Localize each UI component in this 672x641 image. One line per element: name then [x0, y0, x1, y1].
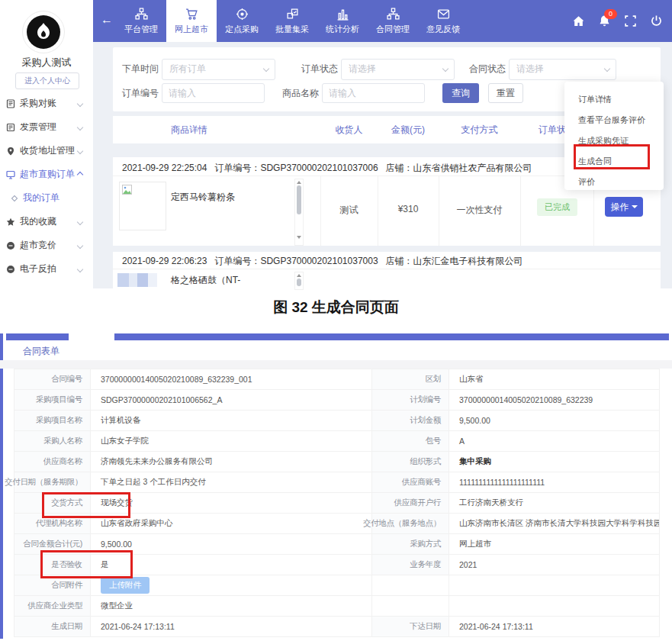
back-arrow-icon[interactable]: ←: [101, 13, 113, 27]
ledger-icon: [6, 99, 15, 108]
chevron-down-icon: [77, 218, 83, 224]
form-value: 37000000014005020210089_632239_001: [91, 369, 372, 389]
form-value: 9,500.00: [449, 411, 660, 430]
top-navbar: ← 平台管理网上超市定点采购批量集采统计分析合同管理意见反馈 0: [93, 0, 672, 42]
form-row-13: 生成日期2021-06-24 17:13:11下达日期2021-06-24 17…: [14, 617, 660, 637]
menu-item-5[interactable]: 评价: [564, 172, 664, 192]
form-label: 组织形式: [372, 452, 449, 472]
sidebar-item-8[interactable]: 电子反拍: [0, 257, 93, 281]
product-name: 定西马铃薯粉条: [171, 191, 235, 204]
menu-item-2[interactable]: 查看平台服务评价: [564, 110, 664, 130]
form-label: 包号: [372, 431, 449, 451]
scroll-down-icon[interactable]: [297, 236, 301, 239]
order-time-select[interactable]: 所有订单: [162, 59, 275, 80]
order-no: SDGP370000202101037003: [260, 256, 378, 266]
caret-down-icon: [632, 205, 638, 208]
sidebar-item-5[interactable]: 我的订单: [0, 186, 93, 210]
sidebar-item-7[interactable]: 超市竞价: [0, 234, 93, 257]
order-no-label: 订单编号: [122, 83, 159, 103]
reset-button[interactable]: 重置: [488, 83, 523, 103]
form-value: 山东省政府采购中心: [91, 514, 372, 533]
product-name-label: 商品名称: [282, 83, 319, 103]
scroll-thumb[interactable]: [297, 185, 301, 214]
avatar-logo-icon: [27, 15, 60, 49]
scrollbar[interactable]: [294, 272, 304, 290]
chevron-down-icon: [77, 124, 83, 130]
home-icon[interactable]: [572, 14, 585, 27]
sidebar-item-6[interactable]: 我的收藏: [0, 210, 93, 234]
form-label: 供应商名称: [14, 452, 91, 472]
form-value: 2021-06-24 17:13:11: [449, 617, 660, 636]
scroll-thumb[interactable]: [297, 279, 301, 286]
sidebar-item-label: 电子反拍: [20, 263, 56, 275]
scrollbar[interactable]: [294, 179, 304, 246]
tab-bar-active-segment: [6, 333, 69, 340]
order-no-label: 订单编号：: [214, 163, 260, 173]
form-value: 现场交货: [91, 493, 372, 513]
tab-label: 合同管理: [376, 24, 410, 35]
divider: [113, 269, 661, 269]
shop-label: 店铺：: [386, 163, 413, 173]
order-status-value: 请选择: [349, 63, 376, 74]
notification-bell-icon[interactable]: 0: [598, 14, 611, 27]
form-row-6: 交付日期（服务期限）下单之日起 3 个工作日内交付供应商账号1111111111…: [14, 472, 660, 493]
form-value: 山东省: [449, 369, 660, 389]
tab-org-chart[interactable]: 平台管理: [116, 0, 166, 42]
broken-image-icon: [122, 185, 132, 195]
form-value: 集中采购: [449, 452, 660, 472]
sidebar-item-label: 我的订单: [23, 192, 59, 205]
sidebar-item-4[interactable]: 超市直购订单: [0, 163, 93, 186]
form-value: 山东济南市长清区 济南市长清大学科技园大学科学科技园: [449, 514, 660, 533]
sidebar-username: 采购人测试: [0, 56, 93, 69]
tab-label: 意见反馈: [426, 24, 460, 35]
monitor-icon: [6, 170, 15, 179]
tab-contract-form[interactable]: 合同表单: [23, 345, 59, 358]
tab-bar-chart[interactable]: 统计分析: [317, 0, 368, 42]
tab-org-chart2[interactable]: 合同管理: [368, 0, 418, 42]
action-button[interactable]: 操作: [605, 197, 643, 217]
order-status-select[interactable]: 请选择: [341, 59, 455, 80]
form-value: 下单之日起 3 个工作日内交付: [91, 472, 372, 492]
tab-boxes[interactable]: 批量集采: [267, 0, 317, 42]
product-name-input[interactable]: [322, 83, 425, 103]
sidebar-item-1[interactable]: 采购对账: [0, 92, 93, 115]
tab-label: 定点采购: [225, 24, 259, 35]
upload-attachment-button[interactable]: 上传附件: [101, 577, 150, 594]
column-header: 收货人: [320, 116, 378, 143]
scroll-up-icon[interactable]: [297, 274, 301, 277]
contract-status-label: 合同状态: [469, 59, 506, 79]
form-value: 山东女子学院: [91, 431, 372, 451]
tab-cart[interactable]: 网上超市: [166, 0, 217, 42]
tab-mail[interactable]: 意见反馈: [418, 0, 468, 42]
sidebar-item-2[interactable]: 发票管理: [0, 115, 93, 139]
form-row-5: 供应商名称济南领先未来办公服务有限公司组织形式集中采购: [14, 452, 660, 472]
sidebar-item-3[interactable]: 收货地址管理: [0, 139, 93, 163]
search-button[interactable]: 查询: [442, 83, 479, 103]
fullscreen-icon[interactable]: [624, 14, 637, 27]
sidebar-item-label: 超市竞价: [20, 239, 56, 252]
sidebar-item-label: 超市直购订单: [20, 168, 75, 181]
order-time-label: 下单时间: [122, 59, 159, 79]
form-label: 供应商企业类型: [14, 596, 91, 616]
menu-item-1[interactable]: 订单详情: [564, 89, 664, 110]
tab-target[interactable]: 定点采购: [217, 0, 267, 42]
sidebar-menu: 采购对账发票管理收货地址管理超市直购订单我的订单我的收藏超市竞价电子反拍: [0, 92, 93, 281]
contract-status-select[interactable]: 请选择: [509, 59, 616, 80]
order-group-header: 2021-09-29 22:06:23 订单编号：SDGP37000020210…: [122, 255, 523, 268]
navbar-utilities: 0: [572, 0, 663, 42]
chevron-down-icon: [77, 242, 83, 248]
power-icon[interactable]: [650, 14, 663, 27]
form-row-2: 采购项目编号SDGP37000000202101006562_A计划编号3700…: [14, 390, 660, 411]
form-row-1: 合同编号37000000014005020210089_632239_001区划…: [14, 369, 660, 390]
form-label: 下达日期: [372, 617, 449, 636]
disc-icon: [6, 265, 15, 274]
personal-center-button[interactable]: 进入个人中心: [15, 72, 79, 89]
action-dropdown-menu: 订单详情查看平台服务评价生成采购凭证生成合同评价: [564, 82, 664, 190]
form-row-11: 合同附件上传附件: [14, 575, 660, 596]
order-no-input[interactable]: [162, 83, 265, 103]
product-image: [117, 273, 157, 287]
receiver-cell: 测试: [320, 204, 378, 217]
order-group-header: 2021-09-29 22:25:04 订单编号：SDGP37000020210…: [122, 162, 532, 175]
chevron-down-icon: [442, 66, 449, 72]
scroll-up-icon[interactable]: [297, 181, 301, 184]
